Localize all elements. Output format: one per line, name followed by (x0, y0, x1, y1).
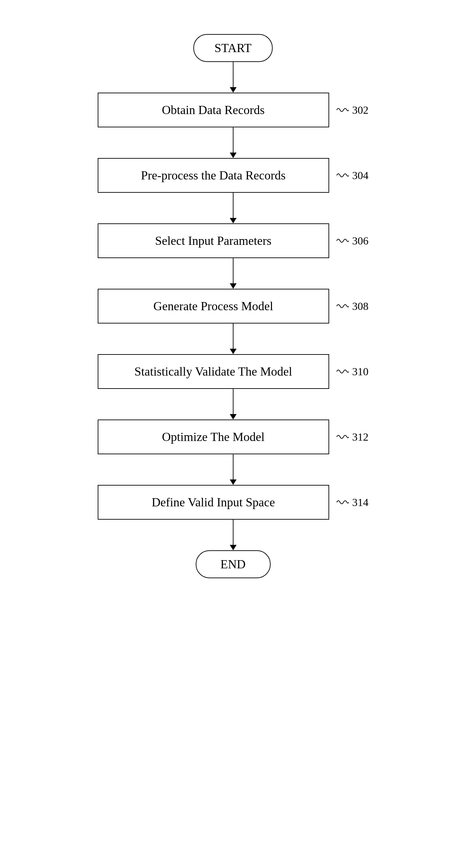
ref-302-number: 302 (352, 104, 369, 116)
arrow-line (233, 127, 234, 153)
ref-304-number: 304 (352, 169, 369, 182)
arrow-head (230, 87, 237, 93)
ref-308-number: 308 (352, 300, 369, 313)
step-306-box: Select Input Parameters (98, 223, 329, 258)
arrow-head (230, 479, 237, 485)
arrow-314-to-end (230, 520, 237, 550)
squiggle-314 (336, 496, 349, 509)
arrow-start-to-302 (230, 62, 237, 93)
ref-306-number: 306 (352, 235, 369, 247)
arrow-308-to-310 (230, 323, 237, 354)
step-310-row: Statistically Validate The Model 310 (98, 354, 369, 389)
step-302-row: Obtain Data Records 302 (98, 93, 369, 127)
arrow-line (233, 62, 234, 87)
diagram-container: START Obtain Data Records 302 (0, 14, 466, 868)
arrow-head (230, 545, 237, 550)
ref-302-label: 302 (336, 104, 369, 116)
step-312-row: Optimize The Model 312 (98, 420, 369, 454)
arrow-head (230, 153, 237, 158)
step-314-row: Define Valid Input Space 314 (98, 485, 369, 520)
squiggle-302 (336, 104, 349, 116)
end-terminal: END (196, 550, 271, 578)
arrow-line (233, 389, 234, 414)
arrow-line (233, 193, 234, 218)
ref-314-number: 314 (352, 496, 369, 509)
arrow-306-to-308 (230, 258, 237, 289)
arrow-head (230, 283, 237, 289)
arrow-312-to-314 (230, 454, 237, 485)
arrow-304-to-306 (230, 193, 237, 223)
arrow-head (230, 218, 237, 223)
step-304-row: Pre-process the Data Records 304 (98, 158, 369, 193)
ref-306-label: 306 (336, 235, 369, 247)
arrow-line (233, 258, 234, 283)
ref-308-label: 308 (336, 300, 369, 313)
arrow-line (233, 520, 234, 545)
arrow-line (233, 454, 234, 479)
start-terminal: START (193, 34, 273, 62)
step-308-row: Generate Process Model 308 (98, 289, 369, 323)
ref-312-number: 312 (352, 431, 369, 443)
ref-314-label: 314 (336, 496, 369, 509)
step-312-box: Optimize The Model (98, 420, 329, 454)
arrow-line (233, 323, 234, 349)
squiggle-310 (336, 365, 349, 378)
arrow-head (230, 414, 237, 420)
ref-312-label: 312 (336, 431, 369, 443)
arrow-head (230, 349, 237, 354)
squiggle-304 (336, 169, 349, 182)
ref-304-label: 304 (336, 169, 369, 182)
step-314-box: Define Valid Input Space (98, 485, 329, 520)
ref-310-number: 310 (352, 365, 369, 378)
arrow-302-to-304 (230, 127, 237, 158)
squiggle-308 (336, 300, 349, 313)
step-308-box: Generate Process Model (98, 289, 329, 323)
step-304-box: Pre-process the Data Records (98, 158, 329, 193)
step-310-box: Statistically Validate The Model (98, 354, 329, 389)
step-306-row: Select Input Parameters 306 (98, 223, 369, 258)
squiggle-306 (336, 235, 349, 247)
flow-wrapper: START Obtain Data Records 302 (0, 34, 466, 578)
arrow-310-to-312 (230, 389, 237, 420)
ref-310-label: 310 (336, 365, 369, 378)
squiggle-312 (336, 431, 349, 443)
step-302-box: Obtain Data Records (98, 93, 329, 127)
